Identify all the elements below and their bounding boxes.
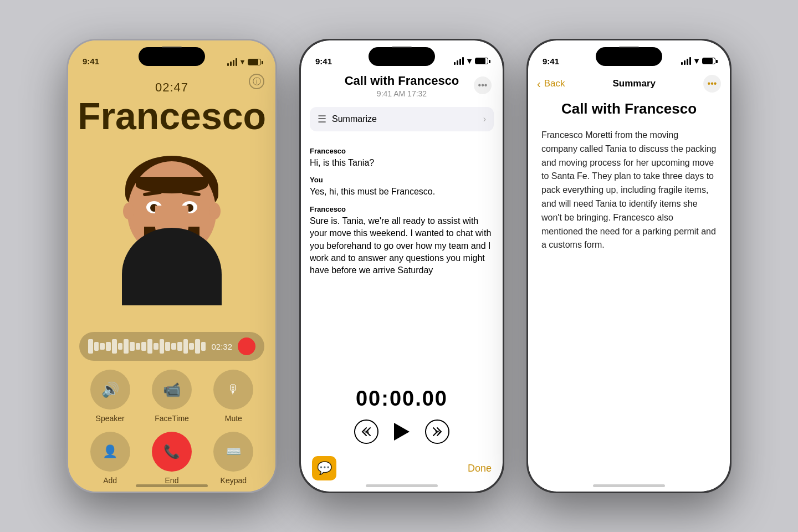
signal-icon-3 (681, 57, 691, 65)
memoji-ear-left (123, 203, 134, 219)
phone-3: 9:41 ▾ ‹ Back Summary ••• Call with Fran… (526, 39, 732, 493)
back-button[interactable]: ‹ Back (537, 78, 565, 90)
menu-button[interactable]: ••• (474, 76, 492, 94)
status-icons-1: ▾ (227, 58, 261, 66)
speaker-2-text: Yes, hi, this must be Francesco. (310, 186, 494, 198)
summarize-left: ☰ Summarize (318, 113, 377, 125)
call-subtitle: 9:41 AM 17:32 (312, 89, 492, 98)
speaker-3-text: Sure is. Tania, we're all ready to assis… (310, 215, 494, 277)
battery-icon-1 (248, 59, 261, 65)
nav-title: Summary (612, 78, 655, 89)
skip-forward-num: 15 (435, 429, 440, 434)
waveform-visual (88, 339, 206, 354)
summarize-label: Summarize (332, 114, 377, 124)
keypad-label: Keypad (221, 476, 247, 485)
memoji-brow-right (182, 191, 201, 197)
status-time-2: 9:41 (315, 57, 332, 66)
audio-player: 00:00.00 15 15 (301, 380, 503, 451)
dynamic-island-1 (139, 47, 205, 66)
phone3-content: ‹ Back Summary ••• Call with Francesco F… (528, 40, 730, 492)
add-label: Add (103, 476, 117, 485)
wifi-icon-1: ▾ (241, 58, 244, 66)
mute-button[interactable]: 🎙 (213, 370, 253, 410)
end-button[interactable]: 📞 (152, 432, 192, 472)
playback-controls: 15 15 (354, 420, 449, 444)
waveform-bar: 02:32 (79, 332, 264, 361)
speaker-1-text: Hi, is this Tania? (310, 157, 494, 169)
phone2-content: Call with Francesco 9:41 AM 17:32 ••• ☰ … (301, 40, 503, 492)
speaker-3-name: Francesco (310, 205, 494, 213)
phone-2: 9:41 ▾ Call with Francesco 9:41 AM 17:32… (299, 39, 504, 493)
phone-1: 9:41 ▾ ⓘ 02:47 Francesco (66, 39, 277, 493)
home-bar-1 (136, 484, 208, 487)
chat-icon[interactable]: 💬 (312, 456, 336, 480)
status-bar-2: 9:41 ▾ (301, 40, 503, 70)
status-time-3: 9:41 (543, 57, 559, 66)
contact-name: Francesco (68, 97, 275, 135)
done-button[interactable]: Done (468, 463, 492, 474)
summary-text: Francesco Moretti from the moving compan… (541, 129, 717, 252)
skip-back-button[interactable]: 15 (354, 420, 378, 444)
avatar (68, 135, 275, 332)
status-bar-3: 9:41 ▾ (528, 40, 730, 70)
keypad-control[interactable]: ⌨️ Keypad (207, 432, 260, 485)
speaker-button[interactable]: 🔊 (90, 370, 130, 410)
pill-handle-1 (162, 46, 182, 48)
back-label: Back (544, 78, 565, 89)
call-timer: 02:47 (68, 80, 275, 95)
back-chevron-icon: ‹ (537, 78, 541, 90)
transcript: Francesco Hi, is this Tania? You Yes, hi… (301, 140, 503, 380)
skip-back-num: 15 (364, 429, 369, 434)
keypad-button[interactable]: ⌨️ (213, 432, 253, 472)
chevron-right-icon: › (483, 114, 486, 124)
info-button[interactable]: ⓘ (249, 74, 264, 89)
home-bar-3 (593, 484, 665, 487)
speaker-label: Speaker (96, 414, 125, 423)
memoji (111, 161, 233, 305)
facetime-control[interactable]: 📹 FaceTime (145, 370, 198, 423)
summarize-button[interactable]: ☰ Summarize › (310, 107, 494, 131)
call-controls: 🔊 Speaker 📹 FaceTime 🎙 Mute 👤 Add 📞 End … (68, 370, 275, 492)
pill-handle-3 (619, 46, 639, 48)
battery-icon-3 (702, 58, 715, 64)
record-button[interactable] (238, 337, 255, 355)
memoji-ear-right (209, 203, 221, 219)
playback-timer: 00:00.00 (356, 387, 448, 411)
navigation-bar: ‹ Back Summary ••• (528, 71, 730, 96)
wifi-icon-3: ▾ (694, 56, 699, 66)
summary-body: Call with Francesco Francesco Moretti fr… (528, 100, 730, 492)
summarize-icon: ☰ (318, 113, 326, 125)
status-icons-2: ▾ (454, 56, 488, 66)
pill-handle-2 (392, 46, 412, 48)
signal-icon-2 (454, 57, 464, 65)
status-time-1: 9:41 (83, 57, 99, 66)
summary-call-title: Call with Francesco (541, 100, 717, 117)
play-button[interactable] (394, 423, 410, 441)
recording-time: 02:32 (211, 342, 232, 351)
call-title-2: Call with Francesco (312, 74, 492, 88)
speaker-1-name: Francesco (310, 147, 494, 155)
skip-forward-button[interactable]: 15 (425, 420, 449, 444)
add-button[interactable]: 👤 (90, 432, 130, 472)
memoji-hair-front (136, 177, 208, 193)
speaker-2-name: You (310, 176, 494, 184)
facetime-button[interactable]: 📹 (152, 370, 192, 410)
status-icons-3: ▾ (681, 56, 715, 66)
facetime-label: FaceTime (155, 414, 189, 423)
more-options-button[interactable]: ••• (703, 75, 721, 93)
play-triangle-icon (394, 423, 410, 441)
signal-icon-1 (227, 58, 237, 66)
end-control[interactable]: 📞 End (145, 432, 198, 485)
wifi-icon-2: ▾ (467, 56, 472, 66)
mute-control[interactable]: 🎙 Mute (207, 370, 260, 423)
home-bar-2 (366, 484, 438, 487)
end-label: End (165, 476, 179, 485)
battery-icon-2 (475, 58, 488, 64)
speaker-control[interactable]: 🔊 Speaker (84, 370, 136, 423)
phone1-content: ⓘ 02:47 Francesco (68, 40, 275, 492)
add-control[interactable]: 👤 Add (84, 432, 136, 485)
memoji-brow-left (143, 191, 162, 197)
mute-label: Mute (225, 414, 242, 423)
